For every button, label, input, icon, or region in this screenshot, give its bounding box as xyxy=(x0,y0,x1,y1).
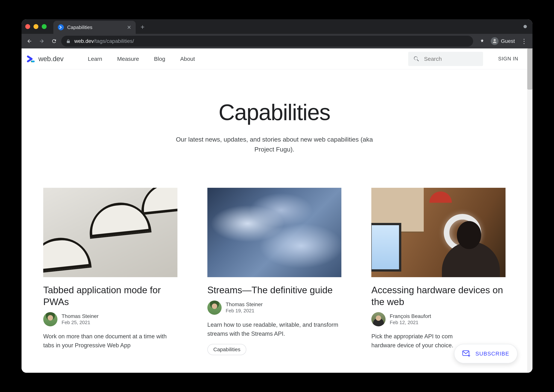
nav-about[interactable]: About xyxy=(180,56,195,62)
author-meta: Thomas Steiner Feb 19, 2021 xyxy=(226,301,263,314)
toolbar-right: Guest ⋮ xyxy=(475,36,530,46)
article-title[interactable]: Tabbed application mode for PWAs xyxy=(43,284,178,308)
nav-blog[interactable]: Blog xyxy=(154,56,165,62)
article-title[interactable]: Accessing hardware devices on the web xyxy=(371,284,505,308)
logo-text: web.dev xyxy=(38,55,64,63)
article-date: Feb 19, 2021 xyxy=(226,308,263,314)
minimize-window-button[interactable] xyxy=(34,24,38,29)
tab-overflow-icon[interactable] xyxy=(524,25,527,28)
page-content: web.dev Learn Measure Blog About SIGN IN xyxy=(21,49,527,373)
signin-button[interactable]: SIGN IN xyxy=(498,56,518,62)
scrollbar-thumb[interactable] xyxy=(527,49,533,90)
mail-plus-icon xyxy=(462,350,470,357)
author-name[interactable]: François Beaufort xyxy=(390,313,431,319)
vertical-scrollbar[interactable] xyxy=(527,49,533,373)
url-path: /tags/capabilities/ xyxy=(94,38,134,44)
article-grid: Tabbed application mode for PWAs Thomas … xyxy=(21,188,527,355)
page-title: Capabilities xyxy=(36,99,512,125)
lock-icon xyxy=(66,39,71,43)
author-name[interactable]: Thomas Steiner xyxy=(226,301,263,308)
author-row: Thomas Steiner Feb 19, 2021 xyxy=(207,301,341,315)
article-title[interactable]: Streams—The definitive guide xyxy=(207,284,341,296)
hero: Capabilities Our latest news, updates, a… xyxy=(21,69,527,188)
author-avatar[interactable] xyxy=(43,312,57,326)
author-meta: François Beaufort Feb 12, 2021 xyxy=(390,313,431,325)
author-meta: Thomas Steiner Feb 25, 2021 xyxy=(62,313,99,325)
author-avatar[interactable] xyxy=(207,301,222,315)
site-logo[interactable]: web.dev xyxy=(27,55,64,63)
article-card: Tabbed application mode for PWAs Thomas … xyxy=(43,188,178,355)
subscribe-label: SUBSCRIBE xyxy=(475,351,509,357)
new-tab-button[interactable]: + xyxy=(139,23,146,31)
subscribe-button[interactable]: SUBSCRIBE xyxy=(454,344,518,363)
browser-window: Capabilities ✕ + web.dev/tags/capabiliti… xyxy=(21,19,533,373)
close-window-button[interactable] xyxy=(25,24,30,29)
url-text: web.dev/tags/capabilities/ xyxy=(74,38,134,44)
article-image[interactable] xyxy=(371,188,505,277)
svg-rect-1 xyxy=(32,61,35,62)
site-search[interactable] xyxy=(408,52,483,66)
article-desc: Learn how to use readable, writable, and… xyxy=(207,320,341,338)
window-controls xyxy=(25,24,47,29)
logo-mark-icon xyxy=(27,55,35,63)
tab-favicon-icon xyxy=(58,24,64,30)
author-row: Thomas Steiner Feb 25, 2021 xyxy=(43,312,178,326)
browser-toolbar: web.dev/tags/capabilities/ Guest ⋮ xyxy=(21,34,533,49)
page-subtitle: Our latest news, updates, and stories ab… xyxy=(169,134,380,154)
article-desc-line2: hardware device of your choice. xyxy=(371,342,453,349)
tab-close-button[interactable]: ✕ xyxy=(127,24,131,30)
maximize-window-button[interactable] xyxy=(42,24,47,29)
article-date: Feb 12, 2021 xyxy=(390,320,431,325)
profile-button[interactable]: Guest xyxy=(489,37,516,45)
extensions-button[interactable] xyxy=(477,36,487,46)
tag-chip[interactable]: Capabilities xyxy=(207,344,247,355)
nav-learn[interactable]: Learn xyxy=(88,56,102,62)
article-desc-line1: Pick the appropriate API to com xyxy=(371,333,453,340)
article-card: Accessing hardware devices on the web Fr… xyxy=(371,188,505,355)
article-desc: Work on more than one document at a time… xyxy=(43,332,178,350)
tab-strip: Capabilities ✕ + xyxy=(21,19,533,34)
article-card: Streams—The definitive guide Thomas Stei… xyxy=(207,188,341,355)
reload-button[interactable] xyxy=(49,36,59,46)
guest-label: Guest xyxy=(501,38,515,44)
site-header: web.dev Learn Measure Blog About SIGN IN xyxy=(21,49,527,69)
tab-title: Capabilities xyxy=(67,25,124,30)
forward-button[interactable] xyxy=(36,36,47,46)
article-image[interactable] xyxy=(43,188,178,277)
page-viewport: web.dev Learn Measure Blog About SIGN IN xyxy=(21,49,533,373)
svg-rect-2 xyxy=(463,351,469,356)
author-name[interactable]: Thomas Steiner xyxy=(62,313,99,319)
guest-avatar-icon xyxy=(491,37,499,45)
back-button[interactable] xyxy=(24,36,35,46)
author-row: François Beaufort Feb 12, 2021 xyxy=(371,312,505,326)
chrome-menu-button[interactable]: ⋮ xyxy=(518,37,530,45)
main-nav: Learn Measure Blog About xyxy=(88,56,195,62)
author-avatar[interactable] xyxy=(371,312,385,326)
article-image[interactable] xyxy=(207,188,341,277)
search-icon xyxy=(413,56,420,62)
search-input[interactable] xyxy=(424,56,495,62)
article-date: Feb 25, 2021 xyxy=(62,320,99,325)
address-bar[interactable]: web.dev/tags/capabilities/ xyxy=(61,36,473,47)
browser-tab[interactable]: Capabilities ✕ xyxy=(53,21,136,34)
browser-chrome: Capabilities ✕ + web.dev/tags/capabiliti… xyxy=(21,19,533,49)
url-host: web.dev xyxy=(74,38,94,44)
nav-measure[interactable]: Measure xyxy=(117,56,139,62)
